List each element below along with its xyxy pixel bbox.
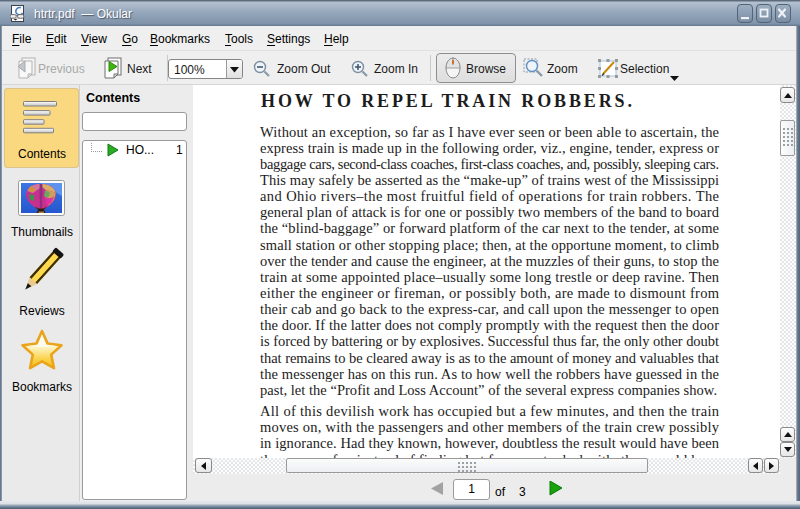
svg-text:small station or other stoppin: small station or other stopping place; t… — [260, 237, 719, 253]
svg-text:in ignorance. Had they known,: in ignorance. Had they known, however, d… — [260, 435, 720, 451]
svg-text:the “blind-baggage” or forward: the “blind-baggage” or forward platform … — [260, 220, 719, 236]
svg-text:and Ohio rivers–the most fruit: and Ohio rivers–the most fruitful field … — [260, 188, 719, 204]
svg-text:that remains to be cleared awa: that remains to be cleared away is as to… — [260, 350, 719, 366]
svg-text:the messenger has on this run.: the messenger has on this run. As to how… — [260, 366, 719, 382]
svg-text:either the engineer or fireman: either the engineer or fireman, or possi… — [260, 285, 720, 301]
svg-text:general plan of attack is for: general plan of attack is for one or pos… — [260, 204, 720, 220]
svg-text:This may safely be asserted as: This may safely be asserted as the “make… — [260, 172, 719, 188]
svg-text:Without an exception, so far a: Without an exception, so far as I have e… — [260, 124, 719, 140]
svg-text:their cab and go back to the e: their cab and go back to the express-car… — [260, 301, 720, 317]
svg-text:HOW TO REPEL TRAIN ROBBERS.: HOW TO REPEL TRAIN ROBBERS. — [261, 91, 632, 111]
svg-text:express train is made up in th: express train is made up in the followin… — [260, 140, 719, 156]
svg-text:the door. If the latter does n: the door. If the latter does not comply … — [260, 317, 719, 333]
svg-text:train at some appointed place–: train at some appointed place–usually so… — [260, 269, 720, 285]
svg-text:moves on, with the passengers: moves on, with the passengers and other … — [260, 419, 720, 435]
svg-text:is forced by battering or by e: is forced by battering or by explosives.… — [260, 333, 719, 349]
svg-text:past, let the “Profit and Loss: past, let the “Profit and Loss Account” … — [260, 382, 717, 398]
svg-text:over the tender and cause the: over the tender and cause the engineer, … — [260, 253, 719, 269]
svg-text:baggage cars, second-class coa: baggage cars, second-class coaches, firs… — [260, 156, 719, 172]
svg-text:All of this devilish work has: All of this devilish work has occupied b… — [260, 403, 720, 419]
